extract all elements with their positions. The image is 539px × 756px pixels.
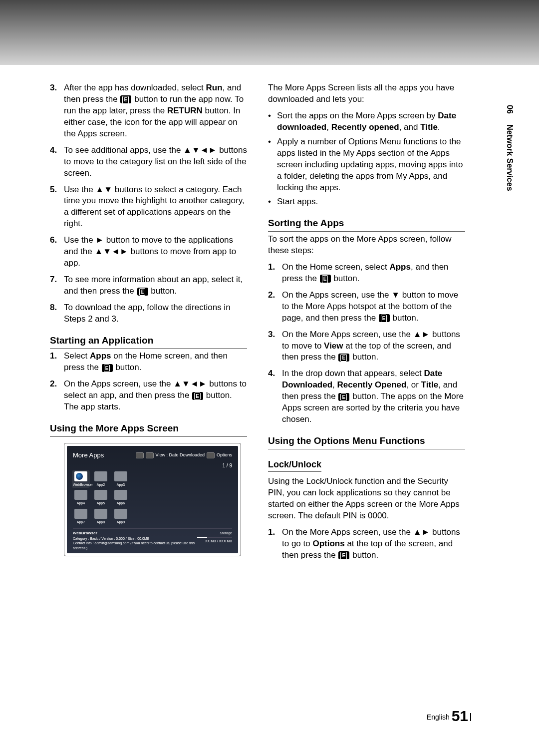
bullet-item: Sort the apps on the More Apps screen by… — [268, 110, 465, 133]
list-item: 1.Select Apps on the Home screen, and th… — [50, 351, 247, 374]
heading-starting-application: Starting an Application — [50, 334, 247, 349]
app-label: App4 — [73, 501, 89, 505]
more-apps-intro: The More Apps Screen lists all the apps … — [268, 82, 465, 105]
list-item: 7.To see more information about an app, … — [50, 274, 247, 297]
manual-page: 06 Network Services 3.After the app has … — [0, 0, 539, 756]
step-text: In the drop down that appears, select Da… — [282, 368, 465, 425]
content-columns: 3.After the app has downloaded, select R… — [50, 82, 494, 566]
step-text: To see more information about an app, se… — [64, 274, 247, 297]
enter-button-icon — [338, 354, 349, 362]
sorting-steps: 1.On the Home screen, select Apps, and t… — [268, 262, 465, 425]
app-label: App8 — [93, 520, 109, 524]
list-item: 4.To see additional apps, use the ▲▼◄► b… — [50, 145, 247, 179]
enter-button-icon — [379, 314, 390, 322]
list-item: 5.Use the ▲▼ buttons to select a categor… — [50, 184, 247, 230]
screenshot-app-grid: WebBrowserApp2App3App4App5App6App7App8Ap… — [73, 471, 232, 524]
more-apps-bullets: Sort the apps on the More Apps screen by… — [268, 110, 465, 208]
app-icon — [114, 471, 127, 481]
app-tile: App2 — [93, 471, 109, 487]
screenshot-page-indicator: 1 / 9 — [73, 462, 232, 469]
options-label: Options — [217, 452, 232, 458]
app-label: App6 — [113, 501, 129, 505]
app-contact: Contact Info : admin@samsung.com (if you… — [73, 541, 197, 550]
step-number: 4. — [268, 368, 282, 425]
step-number: 3. — [50, 82, 64, 140]
bullet-text: Sort the apps on the More Apps screen by… — [277, 110, 465, 133]
app-label: App5 — [93, 501, 109, 505]
list-item: 4.In the drop down that appears, select … — [268, 368, 465, 425]
app-icon — [74, 490, 87, 500]
step-text: On the More Apps screen, use the ▲► butt… — [282, 527, 465, 561]
step-text: Use the ► button to move to the applicat… — [64, 235, 247, 269]
heading-sorting-apps: Sorting the Apps — [268, 217, 465, 232]
app-icon — [74, 509, 87, 519]
top-shadow — [0, 0, 539, 65]
app-label: App7 — [73, 520, 89, 524]
chapter-title: Network Services — [506, 124, 514, 191]
enter-button-icon — [192, 392, 203, 400]
list-item: 2.On the Apps screen, use the ▲▼◄► butto… — [50, 378, 247, 413]
app-name: WebBrowser — [73, 531, 197, 536]
key-icon — [146, 452, 154, 458]
app-label: WebBrowser — [73, 482, 89, 487]
storage-value: XX MB / XXX MB — [197, 539, 232, 543]
app-label: App3 — [113, 482, 129, 487]
list-item: 1.On the More Apps screen, use the ▲► bu… — [268, 527, 465, 561]
sorting-intro: To sort the apps on the More Apps screen… — [268, 234, 465, 257]
step-number: 1. — [50, 351, 64, 374]
more-apps-screenshot: More Apps View : Date Downloaded Options… — [64, 443, 241, 556]
step-number: 4. — [50, 145, 64, 179]
storage-bar — [197, 537, 232, 538]
app-meta: Category : Basic / Version : 0.000 / Siz… — [73, 536, 197, 541]
step-text: On the More Apps screen, use the ▲► butt… — [282, 329, 465, 364]
steps-list-continued: 3.After the app has downloaded, select R… — [50, 82, 247, 325]
footer-page-number: 51 — [452, 708, 468, 724]
enter-button-icon — [338, 393, 349, 401]
enter-button-icon — [120, 95, 131, 103]
step-number: 6. — [50, 235, 64, 269]
left-column: 3.After the app has downloaded, select R… — [50, 82, 247, 566]
app-icon — [114, 490, 127, 500]
step-number: 1. — [268, 262, 282, 285]
step-text: To see additional apps, use the ▲▼◄► but… — [64, 145, 247, 179]
app-tile: App9 — [113, 509, 129, 524]
step-number: 2. — [50, 378, 64, 413]
heading-options-menu: Using the Options Menu Functions — [268, 434, 465, 449]
app-icon — [94, 471, 107, 481]
screenshot-footer-right: Storage XX MB / XXX MB — [197, 531, 232, 550]
step-number: 5. — [50, 184, 64, 230]
bullet-text: Start apps. — [277, 196, 318, 208]
app-icon — [94, 490, 107, 500]
list-item: 3.On the More Apps screen, use the ▲► bu… — [268, 329, 465, 364]
app-tile: App6 — [113, 490, 129, 505]
step-number: 2. — [268, 290, 282, 324]
step-number: 3. — [268, 329, 282, 364]
screenshot-header: More Apps View : Date Downloaded Options — [73, 451, 232, 460]
chapter-tab: 06 Network Services — [504, 105, 515, 191]
enter-button-icon — [137, 288, 148, 296]
lock-steps: 1.On the More Apps screen, use the ▲► bu… — [268, 527, 465, 561]
step-number: 1. — [268, 527, 282, 561]
list-item: 3.After the app has downloaded, select R… — [50, 82, 247, 140]
step-text: Select Apps on the Home screen, and then… — [64, 351, 247, 374]
app-tile: App8 — [93, 509, 109, 524]
enter-button-icon — [320, 275, 331, 283]
footer-language: English — [427, 713, 450, 721]
screenshot-footer-left: WebBrowser Category : Basic / Version : … — [73, 531, 197, 550]
step-number: 7. — [50, 274, 64, 297]
step-text: On the Apps screen, use the ▲▼◄► buttons… — [64, 378, 247, 413]
chapter-number: 06 — [506, 105, 514, 114]
enter-button-icon — [102, 364, 113, 372]
app-tile: App5 — [93, 490, 109, 505]
screenshot-toolbar: View : Date Downloaded Options — [136, 452, 232, 458]
list-item: 6.Use the ► button to move to the applic… — [50, 235, 247, 269]
app-icon — [114, 509, 127, 519]
step-text: After the app has downloaded, select Run… — [64, 82, 247, 140]
heading-more-apps-screen: Using the More Apps Screen — [50, 422, 247, 437]
list-item: 8.To download the app, follow the direct… — [50, 302, 247, 325]
app-label: App2 — [93, 482, 109, 487]
app-tile: App7 — [73, 509, 89, 524]
bullet-item: Start apps. — [268, 196, 465, 208]
right-column: The More Apps Screen lists all the apps … — [268, 82, 465, 566]
step-text: On the Apps screen, use the ▼ button to … — [282, 290, 465, 324]
